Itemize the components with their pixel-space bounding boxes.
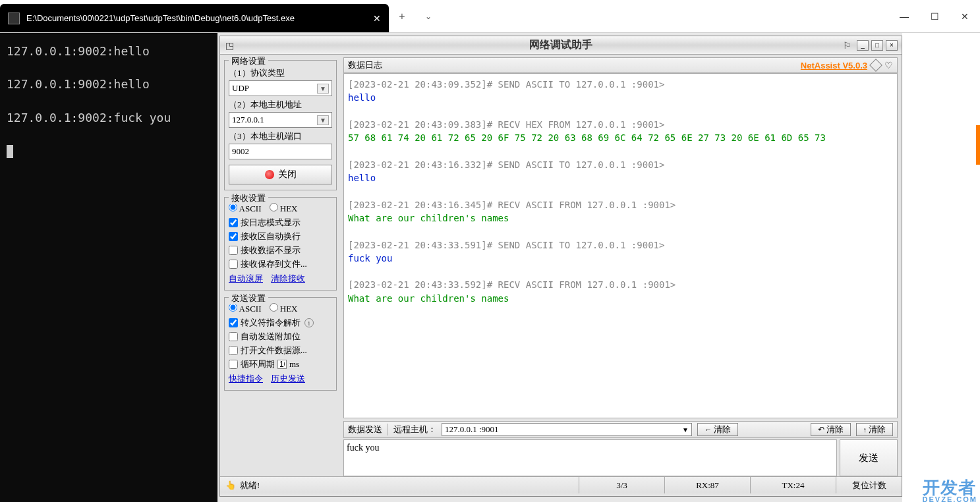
window-maximize-button[interactable]: ☐ [919,0,950,32]
diamond-icon[interactable] [869,59,882,72]
clear-remote-button[interactable]: 清除 [697,423,738,436]
tab-dropdown-icon[interactable]: ⌄ [415,0,442,32]
status-reset-button[interactable]: 复位计数 [836,477,902,493]
log-header-label: 数据日志 [348,59,382,71]
port-input[interactable] [229,144,332,159]
auto-append-check[interactable]: 自动发送附加位 [229,331,332,343]
status-count: 3/3 [579,477,664,493]
port-label: （3）本地主机端口 [229,130,332,142]
chevron-down-icon: ▼ [317,115,329,125]
tab-close-icon[interactable]: ✕ [373,13,381,24]
tab-title: E:\Documents\00\0221\udpTest\udpTest\bin… [26,13,295,23]
check-label: 接收保存到文件... [241,258,307,270]
watermark-text: 开发者 [923,478,976,497]
protocol-select[interactable]: UDP▼ [229,80,332,96]
status-bar: 👆就绪! 3/3 RX:87 TX:24 复位计数 [220,476,902,493]
recv-settings-group: 接收设置 ASCII HEX 按日志模式显示 接收区自动换行 接收数据不显示 接… [224,197,337,291]
send-textarea[interactable] [343,439,837,476]
log-area[interactable]: [2023-02-21 20:43:09.352]# SEND ASCII TO… [343,73,898,418]
radio-label: ASCII [239,204,262,213]
clear-button-2[interactable]: 清除 [811,423,851,436]
app-minimize-button[interactable]: _ [857,40,869,51]
check-label: 接收区自动换行 [241,231,301,242]
cursor-icon [7,145,13,158]
button-label: 清除 [869,424,886,435]
group-title: 网络设置 [229,55,268,67]
record-icon [265,170,274,179]
remote-host-select[interactable]: 127.0.0.1 :9001▼ [442,423,692,436]
group-title: 发送设置 [229,293,268,304]
history-send-link[interactable]: 历史发送 [271,373,305,385]
recv-hide-check[interactable]: 接收数据不显示 [229,244,332,256]
right-panel: 数据日志 NetAssist V5.0.3 ♡ [2023-02-21 20:4… [341,55,902,476]
netassist-desktop: ◳ 网络调试助手 ⚐ _ □ × 网络设置 （1）协议类型 UDP▼ （2）本地… [217,33,902,502]
status-rx: RX:87 [664,477,750,493]
netassist-window: ◳ 网络调试助手 ⚐ _ □ × 网络设置 （1）协议类型 UDP▼ （2）本地… [219,36,902,497]
remote-host-value: 127.0.0.1 :9001 [445,424,499,435]
send-hex-radio[interactable]: HEX [270,303,298,314]
check-label: 转义符指令解析 [241,317,301,329]
watermark: 开发者 DEVZE.COM [923,476,977,502]
console-output[interactable]: 127.0.0.1:9002:hello 127.0.0.1:9002:hell… [0,33,217,502]
cycle-period-input[interactable] [277,360,287,369]
auto-scroll-link[interactable]: 自动滚屏 [229,273,263,285]
recv-auto-wrap-check[interactable]: 接收区自动换行 [229,231,332,242]
host-label: （2）本地主机地址 [229,99,332,111]
left-panel: 网络设置 （1）协议类型 UDP▼ （2）本地主机地址 127.0.0.1▼ （… [220,55,341,476]
button-label: 关闭 [278,169,297,181]
check-label: 按日志模式显示 [241,217,301,229]
console-text: 127.0.0.1:9002:hello 127.0.0.1:9002:hell… [7,44,171,125]
unit-label: ms [289,359,299,370]
tab-active[interactable]: E:\Documents\00\0221\udpTest\udpTest\bin… [0,4,389,32]
check-label: 循环周期 [241,358,275,370]
hand-icon: 👆 [225,480,236,491]
radio-label: HEX [280,304,298,314]
pin-icon[interactable]: ⚐ [840,40,854,51]
new-tab-button[interactable]: + [389,0,415,32]
netassist-titlebar[interactable]: ◳ 网络调试助手 ⚐ _ □ × [220,36,902,55]
group-title: 接收设置 [229,192,268,204]
window-minimize-button[interactable]: — [889,0,919,32]
button-label: 清除 [826,424,844,435]
clear-button-3[interactable]: 清除 [856,423,894,436]
cycle-period-check[interactable]: 循环周期 ms [229,358,332,370]
status-ready: 就绪! [240,480,260,491]
recv-save-file-check[interactable]: 接收保存到文件... [229,258,332,270]
chevron-down-icon: ▼ [682,426,689,433]
recv-hex-radio[interactable]: HEX [270,203,298,214]
right-sliver [902,33,980,502]
radio-label: ASCII [239,304,262,314]
log-header: 数据日志 NetAssist V5.0.3 ♡ [343,57,898,73]
send-header: 数据发送 远程主机： 127.0.0.1 :9001▼ 清除 清除 清除 [343,421,898,438]
open-file-source-check[interactable]: 打开文件数据源... [229,345,332,356]
escape-parse-check[interactable]: 转义符指令解析i [229,317,332,329]
clear-recv-link[interactable]: 清除接收 [271,273,305,285]
radio-label: HEX [280,204,298,213]
remote-host-label: 远程主机： [393,424,436,435]
recv-ascii-radio[interactable]: ASCII [229,203,262,214]
app-maximize-button[interactable]: □ [871,40,883,51]
send-header-label: 数据发送 [348,424,382,435]
recv-log-mode-check[interactable]: 按日志模式显示 [229,217,332,229]
check-label: 接收数据不显示 [241,244,301,256]
host-select[interactable]: 127.0.0.1▼ [229,112,332,128]
orange-marker [976,125,980,165]
app-close-button[interactable]: × [886,40,898,51]
protocol-label: （1）协议类型 [229,67,332,79]
quick-cmd-link[interactable]: 快捷指令 [229,373,263,385]
info-icon[interactable]: i [304,318,314,327]
chevron-down-icon: ▼ [317,84,329,94]
button-label: 清除 [714,424,731,435]
brand-link[interactable]: NetAssist V5.0.3 [801,61,867,70]
check-label: 自动发送附加位 [241,331,301,343]
app-title: 网络调试助手 [220,38,902,52]
protocol-value: UDP [232,83,249,94]
close-connection-button[interactable]: 关闭 [229,165,332,184]
terminal-icon [8,13,20,24]
window-close-button[interactable]: ✕ [950,0,980,32]
send-button[interactable]: 发送 [840,439,898,476]
host-value: 127.0.0.1 [232,115,264,125]
check-label: 打开文件数据源... [241,345,307,356]
send-ascii-radio[interactable]: ASCII [229,303,262,314]
bell-icon[interactable]: ♡ [884,60,893,71]
